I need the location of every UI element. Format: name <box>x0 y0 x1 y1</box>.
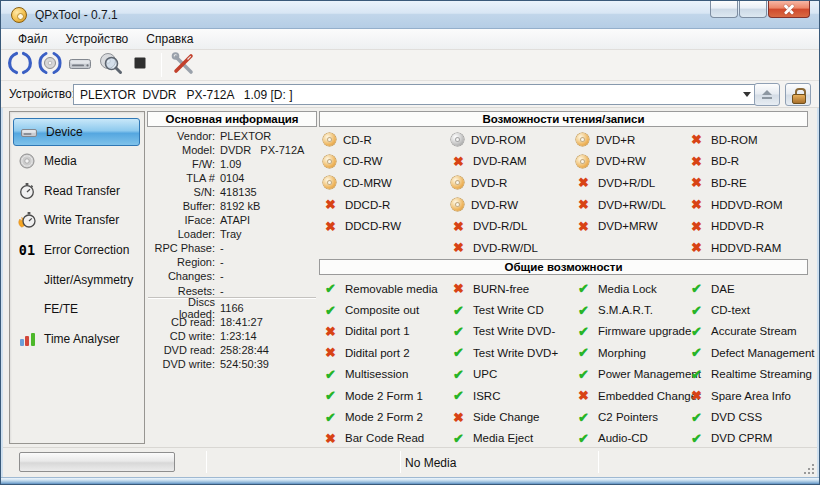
sidebar-item-label: Read Transfer <box>44 184 120 198</box>
capability-label: Test Write DVD+ <box>473 347 558 359</box>
capability-item: ✔Morphing <box>572 342 685 363</box>
capability-label: DVD+RW/DL <box>598 199 666 211</box>
stop-icon <box>127 50 153 80</box>
basic-info-rows: Vendor:PLEXTORModel:DVDR PX-712AF/W:1.09… <box>149 129 317 298</box>
stopwatch-flame-icon <box>16 211 38 229</box>
supported-check-icon: ✔ <box>323 304 338 317</box>
close-icon <box>783 3 795 15</box>
capability-item: ✖BD-RE <box>685 172 808 194</box>
refresh-devices-button[interactable] <box>5 51 35 79</box>
eject-button[interactable] <box>754 83 780 106</box>
info-row: CD read:18:41:27 <box>149 315 317 329</box>
sidebar-item-error-correction[interactable]: 01Error Correction <box>10 235 144 265</box>
info-value: - <box>220 270 224 282</box>
supported-check-icon: ✔ <box>451 304 466 317</box>
sidebar-item-write-transfer[interactable]: Write Transfer <box>10 205 144 235</box>
menu-item-устройство[interactable]: Устройство <box>57 29 138 49</box>
capability-item: ✖BD-ROM <box>685 129 808 151</box>
device-select[interactable]: PLEXTOR DVDR PX-712A 1.09 [D: ] <box>73 84 756 105</box>
drive-info-button[interactable] <box>65 51 95 79</box>
menu-item-файл[interactable]: Файл <box>9 29 57 49</box>
eject-icon <box>761 90 773 100</box>
window-title: QPxTool - 0.7.1 <box>35 8 118 22</box>
supported-check-icon: ✔ <box>323 368 338 381</box>
capability-label: Firmware upgrade <box>598 325 691 337</box>
general-capabilities-grid: ✔Removable media✔Composite out✖Didital p… <box>319 278 808 449</box>
sidebar-item-read-transfer[interactable]: Read Transfer <box>10 176 144 206</box>
capability-item: ✔Power Management <box>572 364 685 385</box>
capability-label: DDCD-R <box>345 199 390 211</box>
not-supported-cross-icon: ✖ <box>689 241 704 254</box>
statusbar-separator <box>598 451 599 473</box>
sidebar-item-media[interactable]: Media <box>10 146 144 176</box>
capability-column: ✔Removable media✔Composite out✖Didital p… <box>319 278 447 449</box>
chevron-down-icon <box>743 92 751 97</box>
not-supported-cross-icon: ✖ <box>576 176 591 189</box>
capability-label: BURN-free <box>473 283 529 295</box>
sidebar-item-device[interactable]: Device <box>13 118 140 146</box>
lock-icon <box>792 88 804 102</box>
info-value: DVDR PX-712A <box>220 144 304 156</box>
capability-item: ✔C2 Pointers <box>572 406 685 427</box>
info-row: TLA #0104 <box>149 171 317 185</box>
info-value: 524:50:39 <box>220 358 269 370</box>
window-controls <box>710 1 810 18</box>
info-label: Changes: <box>149 270 215 282</box>
info-value: 258:28:44 <box>220 344 269 356</box>
supported-check-icon: ✔ <box>323 411 338 424</box>
close-button[interactable] <box>768 1 810 18</box>
scan-media-button[interactable] <box>95 51 125 79</box>
not-supported-cross-icon: ✖ <box>689 133 704 146</box>
resize-grip[interactable] <box>801 461 815 475</box>
capability-item: ✖DVD-RAM <box>447 151 572 173</box>
capability-label: DVD+MRW <box>598 220 658 232</box>
maximize-button[interactable] <box>739 1 767 18</box>
info-row: S/N:418135 <box>149 185 317 199</box>
refresh-media-button[interactable] <box>35 51 65 79</box>
capability-item: ✔UPC <box>447 364 572 385</box>
capability-label: DVD+RW <box>596 155 646 167</box>
capability-label: Spare Area Info <box>711 390 791 402</box>
sidebar-item-jitter-asymmetry[interactable]: Jitter/Asymmetry <box>10 265 144 295</box>
writable-disc-icon <box>323 155 336 168</box>
not-supported-cross-icon: ✖ <box>323 432 338 445</box>
capability-item: ✖DVD+R/DL <box>572 172 685 194</box>
menu-item-справка[interactable]: Справка <box>137 29 202 49</box>
capability-item: ✔Firmware upgrade <box>572 321 685 342</box>
minimize-button[interactable] <box>710 1 738 18</box>
capability-item: ✖Didital port 2 <box>319 342 447 363</box>
capability-item: ✔Multisession <box>319 364 447 385</box>
writable-disc-icon <box>451 198 464 211</box>
not-supported-cross-icon: ✖ <box>451 220 466 233</box>
lock-button[interactable] <box>785 83 811 106</box>
supported-check-icon: ✔ <box>576 282 591 295</box>
statusbar-separator <box>206 451 207 473</box>
not-supported-cross-icon: ✖ <box>576 389 591 402</box>
stopwatch-icon <box>16 182 38 200</box>
info-label: Buffer: <box>149 200 215 212</box>
capability-label: DVD+R <box>596 134 635 146</box>
info-row: RPC Phase:- <box>149 241 317 255</box>
progress-bar <box>19 452 175 472</box>
info-value: 1166 <box>220 302 244 314</box>
stop-button[interactable] <box>125 51 155 79</box>
title-bar[interactable]: QPxTool - 0.7.1 <box>1 1 819 29</box>
capability-label: Mode 2 Form 2 <box>345 411 423 423</box>
supported-check-icon: ✔ <box>576 304 591 317</box>
info-row: F/W:1.09 <box>149 157 317 171</box>
capability-item: ✖DDCD-R <box>319 194 447 216</box>
sidebar-item-label: Jitter/Asymmetry <box>44 273 133 287</box>
toolbar <box>1 50 819 81</box>
capability-item: DVD+R <box>572 129 685 151</box>
supported-check-icon: ✔ <box>451 368 466 381</box>
info-row: CD write:1:23:14 <box>149 329 317 343</box>
sidebar-item-fe-te[interactable]: FE/TE <box>10 294 144 324</box>
capability-label: ISRC <box>473 390 500 402</box>
capability-label: CD-text <box>711 304 750 316</box>
sidebar-item-time-analyser[interactable]: Time Analyser <box>10 324 144 354</box>
info-value: ATAPI <box>220 214 250 226</box>
preferences-button[interactable] <box>168 51 198 79</box>
capability-item: ✔Mode 2 Form 2 <box>319 406 447 427</box>
device-bar: Устройство: PLEXTOR DVDR PX-712A 1.09 [D… <box>1 81 819 108</box>
capability-label: Realtime Streaming <box>711 368 812 380</box>
